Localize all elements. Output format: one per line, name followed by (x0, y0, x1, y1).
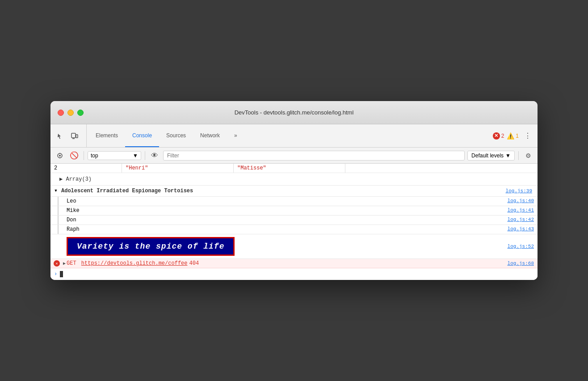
error-count: 2 (501, 133, 504, 139)
group-item-don-content: Don (65, 216, 504, 224)
table-cell-index: 2 (50, 164, 122, 173)
error-url[interactable]: https://devtools.glitch.me/coffee (81, 260, 188, 267)
context-value: top (91, 152, 98, 159)
array-row: ▶ Array(3) (50, 173, 538, 186)
console-toolbar: 🚫 top ▼ 👁 Default levels ▼ ⚙ (50, 148, 538, 164)
tab-elements[interactable]: Elements (88, 124, 125, 147)
svg-rect-1 (76, 135, 78, 138)
svg-rect-0 (71, 133, 76, 138)
group-item-leo-source[interactable]: log.js:40 (504, 197, 538, 206)
error-row: ✕ ▶ GET https://devtools.glitch.me/coffe… (50, 259, 538, 268)
group-header-source[interactable]: log.js:39 (502, 187, 536, 195)
traffic-lights (58, 110, 84, 116)
tab-bar: Elements Console Sources Network » ✕ 2 ⚠ (50, 124, 538, 148)
tab-network[interactable]: Network (193, 124, 227, 147)
group-indent-bar-2 (58, 206, 65, 215)
eye-icon[interactable]: 👁 (149, 150, 160, 161)
error-badge: ✕ 2 (493, 132, 504, 140)
group-header-row: ▼ Adolescent Irradiated Espionage Tortoi… (50, 186, 538, 197)
create-live-expression-button[interactable] (54, 150, 66, 161)
group-indent-bar (58, 197, 65, 206)
levels-dropdown-icon: ▼ (505, 152, 511, 159)
toolbar-divider-3 (518, 151, 519, 160)
error-circle-icon: ✕ (493, 132, 500, 140)
warning-badge: ⚠️ 1 (507, 132, 519, 140)
warning-triangle-icon: ⚠️ (507, 132, 514, 140)
group-item-mike: Mike log.js:41 (50, 206, 538, 216)
maximize-button[interactable] (77, 110, 84, 116)
error-source[interactable]: log.js:68 (504, 259, 538, 267)
title-bar: DevTools - devtools.glitch.me/console/lo… (50, 101, 538, 124)
group-item-raph-text: Raph (67, 226, 80, 233)
group-collapse-icon[interactable]: ▼ (52, 189, 59, 193)
filter-input[interactable] (163, 151, 465, 161)
devtools-panel: Elements Console Sources Network » ✕ 2 ⚠ (50, 124, 538, 280)
clear-console-button[interactable]: 🚫 (68, 150, 80, 161)
table-cell-firstname: "Henri" (122, 164, 234, 173)
minimize-button[interactable] (67, 110, 74, 116)
styled-log-box: Variety is the spice of life (67, 237, 235, 256)
console-output: 2 "Henri" "Matisse" ▶ Array(3) ▼ Adolesc… (50, 164, 538, 280)
group-indent-bar-4 (58, 225, 65, 234)
group-item-don: Don log.js:42 (50, 216, 538, 225)
styled-log-source[interactable]: log.js:52 (504, 242, 538, 250)
devtools-window: DevTools - devtools.glitch.me/console/lo… (50, 101, 538, 280)
window-title: DevTools - devtools.glitch.me/console/lo… (235, 109, 354, 116)
group-item-don-source[interactable]: log.js:42 (504, 216, 538, 224)
levels-label: Default levels (471, 152, 504, 159)
tab-bar-icons (54, 124, 87, 147)
console-input-row: › (50, 268, 538, 280)
table-row: 2 "Henri" "Matisse" (50, 164, 538, 173)
group-item-leo-text: Leo (67, 198, 76, 204)
table-cell-empty (345, 164, 538, 173)
tab-more[interactable]: » (227, 124, 244, 147)
svg-point-4 (59, 155, 61, 157)
toolbar-divider-1 (84, 151, 84, 160)
log-levels-button[interactable]: Default levels ▼ (467, 151, 515, 161)
context-selector[interactable]: top ▼ (88, 151, 141, 160)
cursor (60, 271, 63, 277)
error-method: GET (67, 260, 76, 267)
styled-log-content: Variety is the spice of life (65, 234, 236, 258)
group-item-leo-content: Leo (65, 197, 504, 206)
cursor-icon-button[interactable] (54, 130, 67, 142)
error-spacer (78, 260, 81, 267)
prompt-icon: › (54, 271, 57, 277)
group-item-don-text: Don (67, 217, 76, 223)
context-dropdown-icon: ▼ (133, 152, 138, 159)
error-circle-badge: ✕ (54, 260, 60, 267)
error-code: 404 (189, 260, 199, 267)
toolbar-divider-2 (145, 151, 145, 160)
styled-log-row: Variety is the spice of life log.js:52 (50, 234, 538, 259)
console-settings-button[interactable]: ⚙ (522, 150, 534, 161)
error-expand-icon[interactable]: ▶ (63, 261, 66, 266)
group-item-mike-source[interactable]: log.js:41 (504, 206, 538, 215)
group-item-raph-content: Raph (65, 225, 504, 234)
close-button[interactable] (58, 110, 64, 116)
tab-bar-right: ✕ 2 ⚠️ 1 ⋮ (493, 124, 534, 147)
array-content: ▶ Array(3) (50, 173, 538, 185)
group-item-mike-content: Mike (65, 206, 504, 215)
device-icon-button[interactable] (68, 130, 81, 142)
table-cell-lastname: "Matisse" (234, 164, 345, 173)
group-item-raph-source[interactable]: log.js:43 (504, 225, 538, 234)
tab-console[interactable]: Console (125, 124, 159, 147)
group-item-raph: Raph log.js:43 (50, 225, 538, 234)
tab-sources[interactable]: Sources (159, 124, 193, 147)
group-item-leo: Leo log.js:40 (50, 197, 538, 206)
group-item-mike-text: Mike (67, 207, 80, 214)
array-expand[interactable]: ▶ Array(3) (52, 174, 92, 184)
warning-count: 1 (516, 133, 519, 139)
overflow-menu-button[interactable]: ⋮ (521, 130, 534, 142)
group-header-text: Adolescent Irradiated Espionage Tortoise… (61, 188, 193, 194)
group-indent-bar-3 (58, 216, 65, 224)
error-row-icon: ✕ (52, 259, 61, 268)
